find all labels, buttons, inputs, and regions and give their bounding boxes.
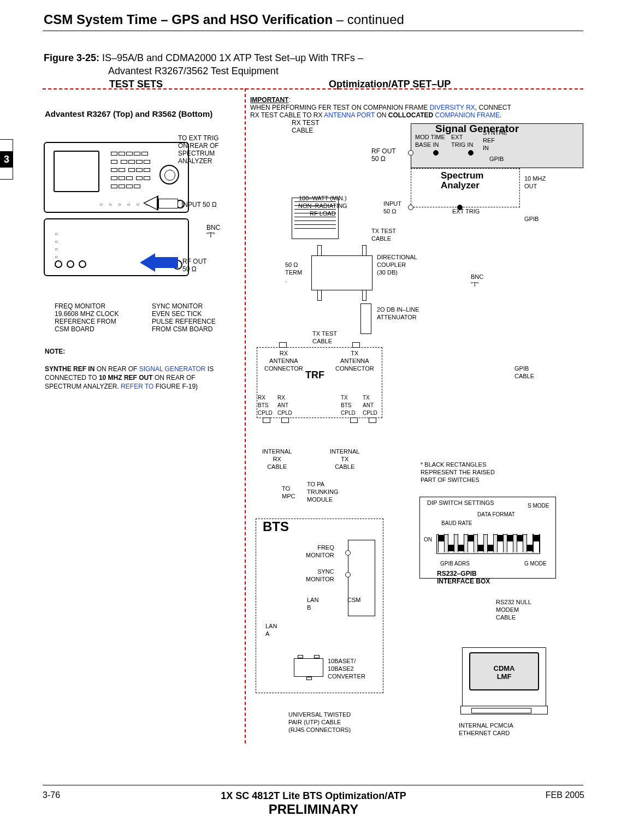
freq-monitor-label: FREQ MONITOR (306, 544, 334, 559)
figure-subtitle: Advantest R3267/3562 Test Equipment (108, 65, 279, 77)
rf-out-arrow (154, 257, 178, 268)
input50-label: INPUT 50 Ω (181, 201, 217, 208)
gpib-label-2: GPIB (524, 215, 539, 223)
rx-test-cable-label: RX TEST CABLE (292, 119, 319, 134)
utp-label: UNIVERSAL TWISTED PAIR (UTP) CABLE (RJ45… (288, 711, 351, 734)
footer-date: FEB 2005 (546, 790, 584, 800)
s-mode-label: S MODE (528, 502, 549, 510)
rx-ant-conn-label: RX ANTENNA CONNECTOR (264, 349, 303, 372)
sync-mon-label: SYNC MONITOR EVEN SEC TICK PULSE REFEREN… (152, 302, 216, 333)
rf-out-label: RF OUT 50 Ω (182, 258, 207, 273)
continued-text: – continued (333, 12, 404, 27)
to-mpc-label: TO MPC (282, 485, 295, 500)
horizontal-rule-top (43, 31, 583, 31)
fifty-term-label: 50 Ω TERM . (285, 261, 302, 284)
ext-trig-label: TO EXT TRIG ON REAR OF SPECTRUM ANALYZER (178, 134, 219, 165)
rs232-null-label: RS232 NULL MODEM CABLE (496, 598, 531, 621)
important-note: IMPORTANT: WHEN PERFORMING FER TEST ON C… (250, 96, 578, 119)
tx-test-cable-label: TX TEST CABLE (371, 227, 396, 242)
trf-title: TRF (305, 370, 324, 381)
bnc-t-label: BNC "T" (206, 224, 220, 239)
advantest-label: Advantest R3267 (Top) and R3562 (Bottom) (45, 109, 212, 118)
rf-load-box (292, 198, 339, 239)
lan-b-label: LAN B (307, 596, 318, 611)
gpib-cable-label: GPIB CABLE (514, 365, 534, 380)
rs232-gpib-label: RS232–GPIB INTERFACE BOX (437, 570, 490, 585)
on-label: ON (424, 536, 432, 544)
internal-rx-label: INTERNAL RX CABLE (262, 448, 292, 470)
ext-trig-label2: EXT TRIG (452, 207, 480, 215)
input-arrow (158, 199, 178, 208)
g-mode-label: G MODE (524, 560, 547, 568)
input-arrow-head (143, 195, 158, 211)
atten-label: 2O DB IN–LINE ATTENUATOR (377, 306, 419, 321)
input50-sa-label: INPUT 50 Ω (383, 200, 401, 215)
attenuator-box (360, 303, 371, 334)
figure-title: Figure 3-25: IS–95A/B and CDMA2000 1X AT… (44, 52, 363, 64)
sync-monitor-label: SYNC MONITOR (306, 568, 334, 583)
spectrum-analyzer-box: Spectrum Analyzer (411, 168, 520, 207)
tx-test-cable2-label: TX TEST CABLE (312, 330, 337, 345)
dir-coupler-label: DIRECTIONAL COUPLER (30 DB) (377, 253, 417, 276)
to-pa-label: TO PA TRUNKING MODULE (307, 480, 338, 503)
gpib-label-1: GPIB (489, 155, 504, 163)
tx-ant-cpld-label: TX ANT CPLD (363, 394, 377, 417)
rf-out-arrow-head (140, 253, 155, 272)
dip-settings-label: DIP SWITCH SETTINGS (427, 499, 494, 507)
tenbase-label: 10BASET/ 10BASE2 CONVERTER (328, 657, 365, 680)
ten-mhz-label: 10 MHZ OUT (524, 175, 546, 190)
spectrum-analyzer-title: Spectrum Analyzer (441, 171, 483, 190)
mod-time-label: MOD TIME BASE IN (415, 133, 445, 148)
side-tab: 3 (0, 151, 13, 168)
section-divider-vertical (245, 88, 246, 743)
rx-bts-cpld-label: RX BTS CPLD (258, 394, 273, 417)
internal-tx-label: INTERNAL TX CABLE (330, 448, 359, 470)
directional-coupler-box (311, 255, 372, 290)
rf-out-sg-label: RF OUT 50 Ω (371, 147, 396, 163)
lan-converter-box (294, 658, 323, 677)
black-rect-label: * BLACK RECTANGLES REPRESENT THE RAISED … (421, 461, 495, 484)
section-divider-horizontal (43, 88, 583, 90)
footer-center: 1X SC 4812T Lite BTS Optimization/ATP PR… (0, 790, 627, 817)
pcmcia-label: INTERNAL PCMCIA ETHERNET CARD (459, 722, 513, 737)
cdma-lmf-box: CDMA LMF (462, 647, 546, 706)
tx-bts-cpld-label: TX BTS CPLD (341, 394, 356, 417)
csm-box (348, 540, 375, 616)
bts-title: BTS (263, 519, 289, 534)
data-format-label: DATA FORMAT (477, 511, 515, 519)
freq-mon-label: FREQ MONITOR 19.6608 MHZ CLOCK REFERENCE… (55, 302, 119, 333)
cdma-lmf-screen: CDMA LMF (469, 652, 539, 690)
synthe-ref-label: SYNTHE REF IN (483, 129, 507, 152)
page-title: CSM System Time – GPS and HSO Verificati… (44, 12, 404, 27)
gpib-adrs-label: GPIB ADRS (440, 560, 470, 568)
lan-a-label: LAN A (265, 622, 277, 638)
note-box: NOTE: SYNTHE REF IN ON REAR OF SIGNAL GE… (45, 347, 225, 391)
dip-block (437, 534, 541, 553)
rx-ant-cpld-label: RX ANT CPLD (277, 394, 292, 417)
ext-trig-in-label: EXT TRIG IN (451, 133, 473, 148)
tx-ant-conn-label: TX ANTENNA CONNECTOR (335, 349, 374, 372)
csm-label: CSM (347, 596, 360, 604)
horizontal-rule-bottom (43, 785, 583, 785)
bnc-t-label2: BNC "T" (471, 273, 483, 288)
baud-rate-label: BAUD RATE (441, 520, 472, 527)
